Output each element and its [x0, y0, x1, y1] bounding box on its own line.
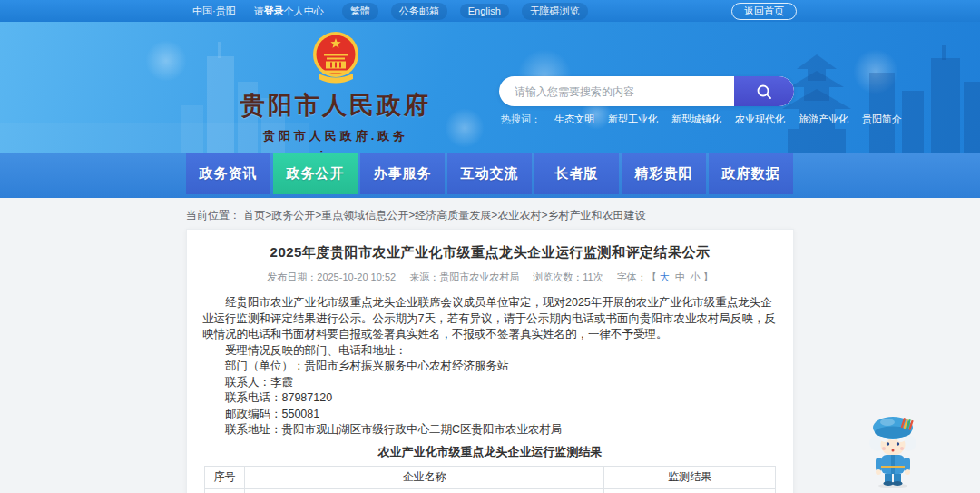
hot-search-item[interactable]: 农业现代化	[735, 113, 785, 126]
font-size-option[interactable]: 大	[660, 271, 670, 282]
breadcrumb-path[interactable]: 首页>政务公开>重点领域信息公开>经济高质量发展>农业农村>乡村产业和农田建设	[243, 209, 645, 222]
search-button[interactable]	[734, 76, 794, 106]
source-label: 来源：	[409, 271, 439, 282]
font-size-option[interactable]: 中	[675, 271, 685, 282]
results-table-body: 1贵州合力超市采购有限公司合格2贵州友禾种业有限公司合格3贵州松里鲜农产品有限公…	[205, 488, 776, 493]
nav-tab-3[interactable]: 办事服务	[360, 153, 445, 194]
table-header-cell: 序号	[205, 466, 245, 488]
hot-search-item[interactable]: 生态文明	[554, 113, 594, 126]
nav-tab-1[interactable]: 政务资讯	[186, 153, 270, 194]
main-content: 当前位置： 首页>政务公开>重点领域信息公开>经济高质量发展>农业农村>乡村产业…	[0, 198, 980, 493]
hot-search-item[interactable]: 新型城镇化	[671, 113, 721, 126]
article-paragraph: 受理情况反映的部门、电话和地址：	[202, 343, 778, 360]
hot-search-label: 热搜词：	[501, 113, 541, 126]
article-card: 2025年度贵阳市农业产业化市级重点龙头企业运行监测和评定结果公示 发布日期：2…	[186, 229, 794, 493]
main-nav: 政务资讯政务公开办事服务互动交流长者版精彩贵阳政府数据	[186, 153, 793, 194]
article-paragraph: 联系人：李霞	[202, 375, 778, 391]
login-prefix: 请	[254, 5, 264, 16]
header-banner: 贵阳市人民政府 贵阳市人民政府.政务 www.guiyang.gov.cn 热搜…	[0, 22, 980, 153]
mascot-assistant[interactable]	[865, 410, 921, 488]
hot-search-item[interactable]: 贵阳简介	[862, 113, 902, 126]
search-icon	[755, 83, 773, 101]
topbar-items: 中国·贵阳 请登录个人中心 繁體公务邮箱English无障碍浏览	[192, 0, 588, 22]
table-cell: 贵州合力超市采购有限公司	[245, 488, 604, 493]
results-table-head-row: 序号企业名称监测结果	[205, 466, 776, 488]
site-name: 贵阳市人民政府	[195, 89, 476, 122]
nav-tab-2[interactable]: 政务公开	[273, 153, 358, 194]
bracket-close: 】	[703, 271, 713, 282]
article-paragraph: 联系地址：贵阳市观山湖区市级行政中心二期C区贵阳市农业农村局	[202, 422, 778, 439]
topbar-login-link[interactable]: 请登录个人中心	[254, 5, 324, 18]
font-size-option[interactable]: 小	[691, 271, 701, 282]
hot-search-item[interactable]: 新型工业化	[608, 113, 658, 126]
breadcrumb: 当前位置： 首页>政务公开>重点领域信息公开>经济高质量发展>农业农村>乡村产业…	[186, 208, 645, 223]
article-meta: 发布日期：2025-10-20 10:52 来源：贵阳市农业农村局 浏览次数：1…	[202, 271, 778, 284]
table-cell: 1	[205, 488, 245, 493]
article-paragraph: 联系电话：87987120	[202, 390, 778, 407]
table-cell: 合格	[604, 488, 776, 493]
table-row: 1贵州合力超市采购有限公司合格	[205, 488, 776, 493]
site-subtitle: 贵阳市人民政府.政务	[195, 128, 476, 144]
topbar: 中国·贵阳 请登录个人中心 繁體公务邮箱English无障碍浏览 返回首页	[0, 0, 980, 22]
national-emblem-icon	[311, 31, 360, 87]
article-body: 经贵阳市农业产业化市级重点龙头企业联席会议成员单位审定，现对2025年开展的农业…	[202, 295, 778, 439]
nav-tab-6[interactable]: 精彩贵阳	[622, 153, 706, 194]
city-skyline-right-icon	[771, 22, 980, 153]
main-nav-strip: 政务资讯政务公开办事服务互动交流长者版精彩贵阳政府数据	[0, 153, 980, 198]
login-bold: 登录	[264, 5, 284, 16]
table-header-cell: 企业名称	[245, 466, 604, 488]
table-header-cell: 监测结果	[604, 466, 776, 488]
article-paragraph: 经贵阳市农业产业化市级重点龙头企业联席会议成员单位审定，现对2025年开展的农业…	[202, 295, 778, 343]
article-paragraph: 邮政编码：550081	[202, 407, 778, 423]
topbar-chip[interactable]: English	[460, 4, 509, 18]
hot-search-item[interactable]: 旅游产业化	[799, 113, 848, 126]
font-size-options: 大中小	[657, 271, 703, 282]
topbar-chip[interactable]: 公务邮箱	[391, 3, 447, 20]
search-bar	[499, 76, 794, 106]
return-home-button[interactable]: 返回首页	[731, 3, 797, 20]
login-suffix: 个人中心	[284, 5, 324, 16]
views: 11次	[583, 271, 603, 282]
nav-tab-7[interactable]: 政府数据	[709, 153, 793, 194]
views-label: 浏览次数：	[533, 271, 583, 282]
topbar-region-link[interactable]: 中国·贵阳	[192, 5, 236, 18]
publish-date: 2025-10-20 10:52	[317, 271, 396, 282]
search-input[interactable]	[499, 76, 734, 106]
hot-search-list: 生态文明新型工业化新型城镇化农业现代化旅游产业化贵阳简介	[554, 113, 902, 126]
nav-tab-4[interactable]: 互动交流	[447, 153, 532, 194]
hot-search: 热搜词： 生态文明新型工业化新型城镇化农业现代化旅游产业化贵阳简介	[501, 113, 902, 126]
bracket-open: 【	[647, 271, 657, 282]
breadcrumb-label: 当前位置：	[186, 209, 240, 222]
article-title: 2025年度贵阳市农业产业化市级重点龙头企业运行监测和评定结果公示	[202, 244, 778, 261]
source: 贵阳市农业农村局	[439, 271, 519, 282]
nav-tab-5[interactable]: 长者版	[534, 153, 619, 194]
font-size-label: 字体：	[617, 271, 647, 282]
site-logo[interactable]: 贵阳市人民政府 贵阳市人民政府.政务 www.guiyang.gov.cn	[195, 31, 476, 153]
topbar-chip[interactable]: 繁體	[342, 3, 378, 20]
article-paragraph: 部门（单位）：贵阳市乡村振兴服务中心农村经济服务站	[202, 359, 778, 375]
topbar-chips: 繁體公务邮箱English无障碍浏览	[342, 3, 588, 20]
topbar-chip[interactable]: 无障碍浏览	[522, 3, 588, 20]
results-table-title: 农业产业化市级重点龙头企业运行监测结果	[202, 444, 778, 460]
publish-date-label: 发布日期：	[267, 271, 317, 282]
results-table: 序号企业名称监测结果 1贵州合力超市采购有限公司合格2贵州友禾种业有限公司合格3…	[204, 466, 776, 493]
